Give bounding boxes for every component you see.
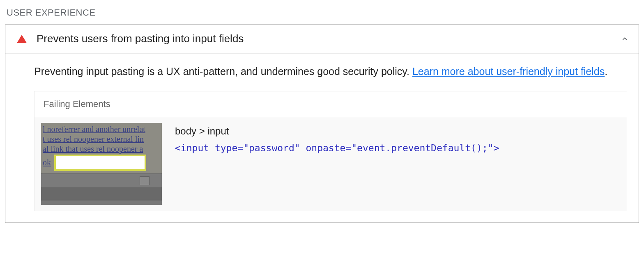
thumb-text-line: al link that uses rel noopener a — [41, 144, 162, 154]
element-html-snippet: <input type="password" onpaste="event.pr… — [175, 143, 620, 153]
description-text: Preventing input pasting is a UX anti-pa… — [34, 66, 412, 77]
audit-title: Prevents users from pasting into input f… — [37, 32, 621, 45]
warning-triangle-icon — [17, 35, 27, 43]
broken-image-icon — [140, 176, 150, 185]
element-info: body > input <input type="password" onpa… — [175, 123, 620, 153]
element-selector-path: body > input — [175, 125, 620, 137]
thumb-text-line: t uses rel noopener external lin — [41, 134, 162, 144]
failing-elements-box: Failing Elements l noreferrer and anothe… — [34, 91, 627, 211]
thumb-image-row — [41, 173, 162, 188]
chevron-up-icon — [621, 35, 629, 43]
audit-header[interactable]: Prevents users from pasting into input f… — [5, 25, 639, 54]
thumb-input-row: ok — [41, 154, 162, 173]
failing-elements-row: l noreferrer and another unrelat t uses … — [34, 117, 627, 211]
thumb-gray-row — [41, 188, 162, 200]
thumb-highlighted-input — [54, 155, 146, 171]
learn-more-link[interactable]: Learn more about user-friendly input fie… — [412, 66, 605, 77]
audit-card: Prevents users from pasting into input f… — [5, 25, 639, 223]
thumb-gray-row — [41, 200, 162, 205]
description-suffix: . — [605, 66, 607, 77]
thumb-text-line: l noreferrer and another unrelat — [41, 123, 162, 134]
audit-body: Preventing input pasting is a UX anti-pa… — [5, 54, 639, 223]
section-heading: USER EXPERIENCE — [7, 7, 639, 18]
failing-elements-header: Failing Elements — [34, 91, 627, 117]
element-screenshot-thumbnail: l noreferrer and another unrelat t uses … — [41, 123, 162, 205]
audit-description: Preventing input pasting is a UX anti-pa… — [34, 64, 627, 80]
thumb-ok-text: ok — [43, 158, 51, 167]
